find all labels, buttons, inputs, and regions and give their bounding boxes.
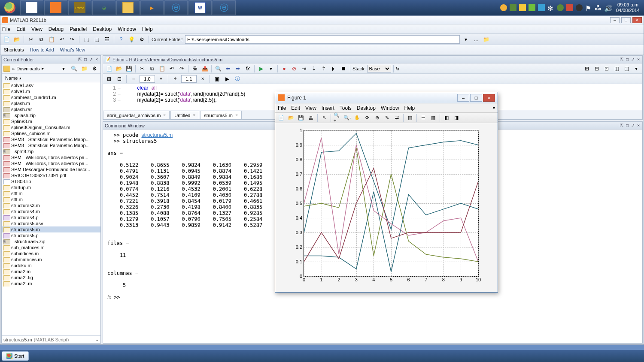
- simulink-icon[interactable]: ⬚: [82, 35, 91, 44]
- start-button[interactable]: Start: [2, 351, 29, 361]
- menu-file[interactable]: File: [2, 26, 10, 32]
- print-icon[interactable]: 🖶: [191, 64, 199, 73]
- forward-icon[interactable]: ➡: [234, 64, 242, 73]
- tray-flag-icon[interactable]: ⚑: [585, 4, 592, 11]
- tab-close-icon[interactable]: ×: [193, 113, 195, 118]
- cell-icon[interactable]: ⊞: [105, 75, 113, 83]
- show-tools-icon[interactable]: ◨: [452, 114, 461, 122]
- figure-titlebar[interactable]: Figure 1 – □ ×: [275, 92, 498, 103]
- info-icon[interactable]: ⓘ: [233, 75, 242, 83]
- pan-icon[interactable]: ✋: [353, 114, 361, 122]
- publish-icon[interactable]: 📤: [200, 64, 209, 73]
- panel-max-icon[interactable]: ↗: [88, 57, 94, 62]
- start-orb[interactable]: [0, 0, 20, 15]
- cf-dropdown-icon[interactable]: ▾: [462, 35, 470, 44]
- run-advance-icon[interactable]: ▶: [223, 75, 231, 83]
- zoom-out-icon[interactable]: 🔍-: [343, 114, 352, 122]
- panel-min-icon[interactable]: □: [625, 57, 629, 62]
- taskbar-app-3[interactable]: Prime: [68, 0, 91, 15]
- breadcrumb-item[interactable]: Downloads: [16, 66, 39, 71]
- pointer-icon[interactable]: ↖: [320, 114, 328, 122]
- menu-window[interactable]: Window: [118, 26, 136, 32]
- menu-parallel[interactable]: Parallel: [70, 26, 87, 32]
- minimize-button[interactable]: –: [610, 17, 620, 23]
- file-item[interactable]: structuras5.asv: [2, 220, 100, 226]
- file-item[interactable]: splash.rar: [2, 106, 100, 112]
- file-item[interactable]: suma2f.fig: [2, 275, 100, 281]
- cf-panel-header[interactable]: Current Folder ⇱□↗×: [2, 56, 100, 63]
- guide-icon[interactable]: ⬚: [92, 35, 101, 44]
- panel-close-icon[interactable]: ×: [636, 57, 641, 62]
- file-item[interactable]: sombrear_cuadro1.m: [2, 94, 100, 100]
- help-icon[interactable]: ?: [117, 35, 125, 44]
- panel-dock-icon[interactable]: ⇱: [619, 57, 624, 62]
- layout-icon[interactable]: ▢: [622, 64, 631, 73]
- legend-icon[interactable]: ☰: [419, 114, 428, 122]
- editor-header[interactable]: 📝 Editor - H:\Users\Jeremias\Downloads\s…: [103, 56, 642, 63]
- tray-icon[interactable]: [500, 4, 507, 11]
- tab-close-icon[interactable]: ×: [163, 113, 166, 118]
- minus-icon[interactable]: −: [129, 75, 138, 83]
- fig-menu-view[interactable]: View: [305, 105, 316, 111]
- file-list[interactable]: solve1.asvsolve1.msombrear_cuadro1.mspla…: [2, 82, 100, 335]
- current-folder-input[interactable]: [185, 35, 460, 44]
- layout-icon[interactable]: ⚙: [137, 35, 146, 44]
- find-icon[interactable]: 🔍: [214, 64, 222, 73]
- cf-browse-icon[interactable]: …: [472, 35, 480, 44]
- file-item[interactable]: subindices.m: [2, 250, 100, 256]
- minimize-button[interactable]: –: [457, 94, 469, 102]
- undo-icon[interactable]: ↶: [167, 64, 176, 73]
- folder-icon[interactable]: [3, 66, 10, 72]
- file-item[interactable]: suma2f.m: [2, 281, 100, 287]
- cf-details[interactable]: structuras5.m (MATLAB Script) ⌄: [2, 335, 100, 343]
- file-item[interactable]: SRICOH13062517391.pdf: [2, 172, 100, 178]
- panel-close-icon[interactable]: ×: [94, 57, 99, 62]
- file-item[interactable]: structuras5.zip: [2, 238, 100, 244]
- stop-icon[interactable]: ⏹: [339, 64, 348, 73]
- brush-icon[interactable]: ✎: [383, 114, 391, 122]
- cf-history-icon[interactable]: ▾: [59, 64, 68, 73]
- fig-menu-help[interactable]: Help: [404, 105, 415, 111]
- redo-icon[interactable]: ↷: [177, 64, 186, 73]
- tray-icon[interactable]: [538, 4, 545, 11]
- shortcut-how-to-add[interactable]: How to Add: [30, 47, 54, 52]
- editor-tab[interactable]: abrir_guardar_archivos.m×: [103, 111, 170, 119]
- file-item[interactable]: SPM8 - Statistical Parametric Mapp...: [2, 136, 100, 142]
- maximize-button[interactable]: □: [470, 94, 482, 102]
- run-drop-icon[interactable]: ▾: [267, 64, 275, 73]
- file-item[interactable]: sudoku.m: [2, 262, 100, 268]
- open-icon[interactable]: 📂: [115, 64, 123, 73]
- layout-icon[interactable]: ⊞: [583, 64, 591, 73]
- layout-icon[interactable]: ◫: [612, 64, 621, 73]
- tray-clock[interactable]: 09:09 a.m. 04/08/2014: [614, 2, 642, 13]
- shortcut-whats-new[interactable]: What's New: [60, 47, 85, 52]
- cf-search-icon[interactable]: 🔍: [70, 64, 78, 73]
- taskbar-ie-2[interactable]: ⓔ: [213, 0, 236, 15]
- taskbar-app-1[interactable]: ⠿: [20, 0, 43, 15]
- tray-icon[interactable]: [557, 4, 564, 11]
- fig-menu-file[interactable]: File: [278, 105, 286, 111]
- file-item[interactable]: structuras3.m: [2, 202, 100, 208]
- taskbar-explorer[interactable]: [116, 0, 140, 15]
- fig-menu-insert[interactable]: Insert: [322, 105, 334, 111]
- plot-tools-icon[interactable]: ▦: [429, 114, 437, 122]
- new-icon[interactable]: 📄: [2, 35, 11, 44]
- tray-icon[interactable]: [529, 4, 535, 11]
- maximize-button[interactable]: □: [621, 17, 631, 23]
- redo-icon[interactable]: ↷: [68, 35, 76, 44]
- file-item[interactable]: structuras5.p: [2, 232, 100, 238]
- paste-icon[interactable]: 📋: [158, 64, 166, 73]
- panel-max-icon[interactable]: ↗: [630, 123, 635, 128]
- editor-tab[interactable]: structuras5.m×: [200, 111, 241, 119]
- fig-menu-edit[interactable]: Edit: [291, 105, 300, 111]
- file-item[interactable]: SPM8 - Statistical Parametric Mapp...: [2, 142, 100, 148]
- paste-icon[interactable]: 📋: [47, 35, 56, 44]
- menu-view[interactable]: View: [31, 26, 43, 32]
- layout-icon[interactable]: ⊟: [592, 64, 601, 73]
- divide-icon[interactable]: ÷: [171, 75, 179, 83]
- file-item[interactable]: stft.m: [2, 196, 100, 202]
- open-icon[interactable]: 📂: [287, 114, 295, 122]
- file-item[interactable]: ST803.lib: [2, 178, 100, 184]
- cf-column-header[interactable]: Name ▴: [2, 74, 100, 82]
- clear-bp-icon[interactable]: ⊘: [290, 64, 298, 73]
